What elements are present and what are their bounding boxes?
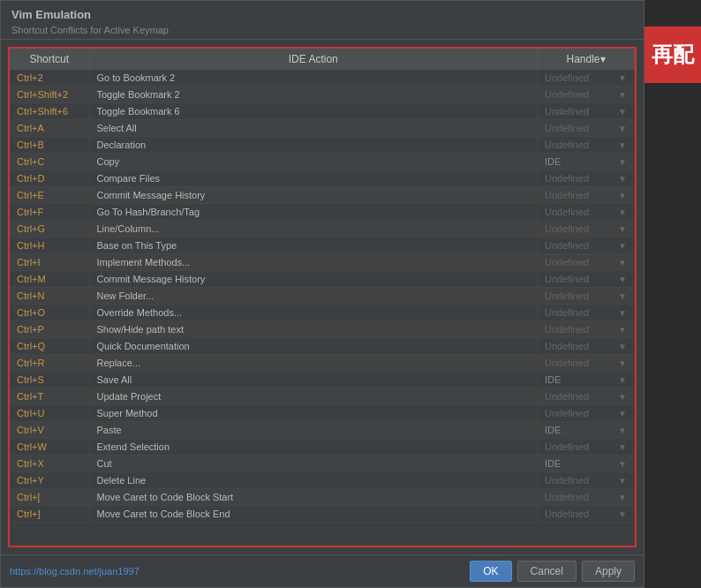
handle-dropdown-arrow[interactable]: ▼	[618, 442, 627, 452]
table-row[interactable]: Ctrl+ASelect AllUndefined▼	[10, 120, 635, 137]
handle-cell[interactable]: Undefined▼	[538, 405, 635, 422]
handle-cell[interactable]: Undefined▼	[538, 120, 635, 137]
handle-value: IDE	[545, 425, 561, 435]
handle-dropdown-arrow[interactable]: ▼	[618, 258, 627, 268]
handle-dropdown-arrow[interactable]: ▼	[618, 140, 627, 150]
handle-dropdown-arrow[interactable]: ▼	[618, 325, 627, 335]
footer: https://blog.csdn.net/juan1997 OK Cancel…	[1, 554, 644, 587]
handle-cell[interactable]: Undefined▼	[538, 305, 635, 321]
handle-dropdown-arrow[interactable]: ▼	[618, 291, 627, 301]
handle-dropdown-arrow[interactable]: ▼	[618, 157, 627, 167]
handle-cell[interactable]: Undefined▼	[538, 288, 635, 305]
handle-dropdown-arrow[interactable]: ▼	[618, 459, 627, 469]
action-cell: Cut	[89, 456, 538, 472]
handle-dropdown-arrow[interactable]: ▼	[618, 308, 627, 318]
handle-cell[interactable]: Undefined▼	[538, 70, 635, 87]
handle-dropdown-arrow[interactable]: ▼	[618, 207, 627, 217]
handle-dropdown-arrow[interactable]: ▼	[618, 275, 627, 284]
handle-cell[interactable]: IDE▼	[538, 422, 635, 439]
handle-cell[interactable]: Undefined▼	[538, 506, 635, 523]
action-cell: New Folder...	[89, 288, 538, 305]
table-row[interactable]: Ctrl+XCutIDE▼	[10, 456, 635, 472]
handle-cell[interactable]: Undefined▼	[538, 355, 635, 372]
handle-cell[interactable]: IDE▼	[538, 372, 635, 388]
handle-dropdown-arrow[interactable]: ▼	[618, 241, 627, 251]
table-row[interactable]: Ctrl+NNew Folder...Undefined▼	[10, 288, 635, 305]
table-row[interactable]: Ctrl+MCommit Message HistoryUndefined▼	[10, 271, 635, 288]
table-row[interactable]: Ctrl+USuper MethodUndefined▼	[10, 405, 635, 422]
handle-dropdown-arrow[interactable]: ▼	[618, 124, 627, 133]
action-cell: Go to Bookmark 2	[89, 70, 538, 87]
table-row[interactable]: Ctrl+VPasteIDE▼	[10, 422, 635, 439]
table-row[interactable]: Ctrl+SSave AllIDE▼	[10, 372, 635, 388]
handle-cell[interactable]: Undefined▼	[538, 338, 635, 355]
table-container: Shortcut IDE Action Handle▾ Ctrl+2Go to …	[8, 47, 637, 547]
table-row[interactable]: Ctrl+GLine/Column...Undefined▼	[10, 221, 635, 237]
shortcut-cell: Ctrl+H	[10, 237, 89, 254]
shortcut-cell: Ctrl+C	[10, 154, 89, 170]
handle-cell[interactable]: Undefined▼	[538, 204, 635, 221]
table-row[interactable]: Ctrl+HBase on This TypeUndefined▼	[10, 237, 635, 254]
handle-value: Undefined	[545, 307, 589, 318]
handle-dropdown-arrow[interactable]: ▼	[618, 73, 627, 83]
apply-button[interactable]: Apply	[582, 561, 635, 582]
handle-cell[interactable]: Undefined▼	[538, 489, 635, 506]
table-row[interactable]: Ctrl+YDelete LineUndefined▼	[10, 472, 635, 489]
handle-cell[interactable]: Undefined▼	[538, 237, 635, 254]
handle-dropdown-arrow[interactable]: ▼	[618, 224, 627, 234]
table-row[interactable]: Ctrl+BDeclarationUndefined▼	[10, 137, 635, 154]
table-row[interactable]: Ctrl+RReplace...Undefined▼	[10, 355, 635, 372]
shortcut-cell: Ctrl+N	[10, 288, 89, 305]
table-row[interactable]: Ctrl+ECommit Message HistoryUndefined▼	[10, 187, 635, 204]
handle-cell[interactable]: Undefined▼	[538, 439, 635, 456]
table-row[interactable]: Ctrl+]Move Caret to Code Block EndUndefi…	[10, 506, 635, 523]
handle-cell[interactable]: IDE▼	[538, 456, 635, 472]
table-row[interactable]: Ctrl+FGo To Hash/Branch/TagUndefined▼	[10, 204, 635, 221]
handle-cell[interactable]: Undefined▼	[538, 170, 635, 187]
handle-dropdown-arrow[interactable]: ▼	[618, 392, 627, 402]
handle-cell[interactable]: Undefined▼	[538, 388, 635, 405]
action-cell: Extend Selection	[89, 439, 538, 456]
table-row[interactable]: Ctrl+2Go to Bookmark 2Undefined▼	[10, 70, 635, 87]
handle-cell[interactable]: Undefined▼	[538, 87, 635, 103]
handle-cell[interactable]: IDE▼	[538, 154, 635, 170]
handle-cell[interactable]: Undefined▼	[538, 221, 635, 237]
handle-dropdown-arrow[interactable]: ▼	[618, 493, 627, 502]
handle-dropdown-arrow[interactable]: ▼	[618, 342, 627, 351]
handle-dropdown-arrow[interactable]: ▼	[618, 191, 627, 200]
handle-dropdown-arrow[interactable]: ▼	[618, 476, 627, 486]
scroll-wrapper[interactable]: Shortcut IDE Action Handle▾ Ctrl+2Go to …	[10, 49, 635, 531]
handle-dropdown-arrow[interactable]: ▼	[618, 375, 627, 385]
table-row[interactable]: Ctrl+IImplement Methods...Undefined▼	[10, 254, 635, 271]
handle-cell[interactable]: Undefined▼	[538, 271, 635, 288]
handle-dropdown-arrow[interactable]: ▼	[618, 509, 627, 519]
handle-cell[interactable]: Undefined▼	[538, 137, 635, 154]
handle-cell[interactable]: Undefined▼	[538, 187, 635, 204]
handle-cell[interactable]: Undefined▼	[538, 103, 635, 120]
table-row[interactable]: Ctrl+QQuick DocumentationUndefined▼	[10, 338, 635, 355]
table-row[interactable]: Ctrl+PShow/Hide path textUndefined▼	[10, 321, 635, 338]
shortcut-cell: Ctrl+D	[10, 170, 89, 187]
table-row[interactable]: Ctrl+DCompare FilesUndefined▼	[10, 170, 635, 187]
cancel-button[interactable]: Cancel	[517, 561, 577, 582]
table-row[interactable]: Ctrl+WExtend SelectionUndefined▼	[10, 439, 635, 456]
table-row[interactable]: Ctrl+Shift+6Toggle Bookmark 6Undefined▼	[10, 103, 635, 120]
table-row[interactable]: Ctrl+Shift+2Toggle Bookmark 2Undefined▼	[10, 87, 635, 103]
handle-cell[interactable]: Undefined▼	[538, 472, 635, 489]
handle-dropdown-arrow[interactable]: ▼	[618, 90, 627, 100]
handle-dropdown-arrow[interactable]: ▼	[618, 358, 627, 368]
table-row[interactable]: Ctrl+CCopyIDE▼	[10, 154, 635, 170]
table-row[interactable]: Ctrl+OOverride Methods...Undefined▼	[10, 305, 635, 321]
ok-button[interactable]: OK	[470, 561, 511, 582]
handle-dropdown-arrow[interactable]: ▼	[618, 174, 627, 184]
handle-dropdown-arrow[interactable]: ▼	[618, 107, 627, 117]
handle-cell[interactable]: Undefined▼	[538, 321, 635, 338]
table-row[interactable]: Ctrl+TUpdate ProjectUndefined▼	[10, 388, 635, 405]
table-row[interactable]: Ctrl+[Move Caret to Code Block StartUnde…	[10, 489, 635, 506]
handle-dropdown-arrow[interactable]: ▼	[618, 409, 627, 418]
footer-link[interactable]: https://blog.csdn.net/juan1997	[10, 566, 139, 577]
action-cell: Save All	[89, 372, 538, 388]
handle-dropdown-arrow[interactable]: ▼	[618, 426, 627, 435]
action-cell: Select All	[89, 120, 538, 137]
handle-cell[interactable]: Undefined▼	[538, 254, 635, 271]
